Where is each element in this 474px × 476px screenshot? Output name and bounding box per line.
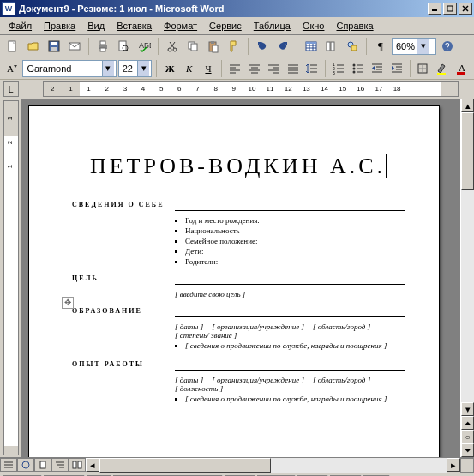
- about-list[interactable]: Год и место рождения: Национальность Сем…: [175, 216, 405, 266]
- svg-rect-87: [40, 461, 45, 468]
- cut-button[interactable]: [163, 37, 182, 56]
- scroll-down-button[interactable]: ▾: [461, 402, 474, 416]
- experience-position[interactable]: [ должность ]: [175, 384, 405, 393]
- menu-edit[interactable]: Правка: [39, 19, 81, 33]
- paste-button[interactable]: [204, 37, 223, 56]
- font-color-button[interactable]: A: [453, 59, 471, 78]
- list-item[interactable]: Национальность: [185, 226, 405, 235]
- help-button[interactable]: ?: [438, 37, 457, 56]
- menu-insert[interactable]: Вставка: [111, 19, 157, 33]
- menu-tools[interactable]: Сервис: [204, 19, 247, 33]
- numbered-list-button[interactable]: 123: [330, 59, 347, 78]
- bulleted-list-button[interactable]: [350, 59, 367, 78]
- section-label-about[interactable]: СВЕДЕНИЯ О СЕБЕ: [72, 201, 405, 208]
- list-item[interactable]: Семейное положение:: [185, 237, 405, 245]
- list-item[interactable]: Дети:: [185, 247, 405, 256]
- font-size-value: 22: [123, 63, 133, 74]
- list-item[interactable]: Родители:: [185, 257, 405, 266]
- scroll-thumb[interactable]: [461, 112, 474, 190]
- underline-button[interactable]: Ч: [200, 59, 217, 78]
- menu-table[interactable]: Таблица: [249, 19, 296, 33]
- highlight-button[interactable]: [434, 59, 451, 78]
- list-item[interactable]: Год и место рождения:: [185, 216, 405, 225]
- align-left-button[interactable]: [226, 59, 243, 78]
- maximize-button[interactable]: [443, 3, 457, 15]
- redo-button[interactable]: [273, 37, 292, 56]
- tab-type-selector[interactable]: L: [3, 81, 19, 97]
- education-detail[interactable]: [ сведения о продвижении по службе, нагр…: [185, 341, 405, 350]
- browse-object-button[interactable]: ○: [461, 430, 474, 443]
- mail-button[interactable]: [65, 37, 84, 56]
- toolbar-formatting: A Garamond ▾ 22 ▾ Ж К Ч 123 A: [0, 57, 474, 80]
- minimize-button[interactable]: [428, 3, 441, 15]
- education-degree[interactable]: [ степень/ звание ]: [175, 331, 405, 340]
- vertical-scrollbar[interactable]: ▴ ▾ ⏶ ○ ⏷: [460, 99, 474, 457]
- ruler-horizontal[interactable]: 21123456789101112131415161718: [43, 81, 459, 97]
- section-label-education[interactable]: ОБРАЗОВАНИЕ: [72, 307, 405, 315]
- experience-detail[interactable]: [ сведения о продвижении по службе, нагр…: [185, 395, 405, 403]
- line-spacing-button[interactable]: [303, 59, 321, 78]
- web-view-button[interactable]: [17, 458, 34, 472]
- svg-rect-34: [351, 45, 357, 51]
- menu-help[interactable]: Справка: [331, 19, 378, 33]
- spellcheck-button[interactable]: AБВ: [135, 37, 153, 56]
- menu-view[interactable]: Вид: [82, 19, 110, 33]
- horizontal-scrollbar[interactable]: ◂ ▸: [86, 458, 460, 473]
- styles-button[interactable]: A: [3, 59, 21, 78]
- ruler-vertical[interactable]: 121: [3, 100, 19, 455]
- print-view-button[interactable]: [34, 458, 51, 472]
- columns-button[interactable]: [322, 37, 341, 56]
- decrease-indent-button[interactable]: [369, 59, 386, 78]
- education-row[interactable]: [ даты ] [ организация/учреждение ] [ об…: [175, 322, 405, 331]
- font-name-combo[interactable]: Garamond ▾: [22, 60, 116, 77]
- goal-placeholder[interactable]: [ введите свою цель ]: [175, 290, 405, 298]
- outline-view-button[interactable]: [51, 458, 69, 472]
- drawing-button[interactable]: [343, 37, 362, 56]
- scroll-up-button[interactable]: ▴: [461, 99, 474, 112]
- page[interactable]: ПЕТРОВ-ВОДКИН А.С. ✥ СВЕДЕНИЯ О СЕБЕ Год…: [28, 105, 440, 457]
- table-anchor-icon[interactable]: ✥: [62, 297, 74, 309]
- svg-rect-31: [327, 42, 330, 51]
- document-heading[interactable]: ПЕТРОВ-ВОДКИН А.С.: [72, 154, 405, 179]
- scroll-left-button[interactable]: ◂: [86, 458, 99, 472]
- open-button[interactable]: [24, 37, 43, 56]
- align-right-button[interactable]: [265, 59, 282, 78]
- svg-rect-10: [100, 41, 105, 45]
- next-page-button[interactable]: ⏷: [461, 443, 474, 457]
- copy-button[interactable]: [183, 37, 202, 56]
- window-titlebar: W Документ9 - Резюме: 1 июл - Microsoft …: [0, 0, 474, 17]
- section-label-experience[interactable]: ОПЫТ РАБОТЫ: [72, 360, 405, 368]
- window-title: Документ9 - Резюме: 1 июл - Microsoft Wo…: [19, 3, 225, 14]
- reading-view-button[interactable]: [69, 458, 86, 472]
- align-center-button[interactable]: [246, 59, 263, 78]
- prev-page-button[interactable]: ⏶: [461, 416, 474, 430]
- menu-format[interactable]: Формат: [159, 19, 202, 33]
- menu-file[interactable]: Файл: [3, 19, 37, 33]
- section-label-goal[interactable]: ЦЕЛЬ: [72, 274, 405, 282]
- close-button[interactable]: [459, 3, 472, 15]
- experience-row[interactable]: [ даты ] [ организация/учреждение ] [ об…: [175, 376, 405, 384]
- normal-view-button[interactable]: [0, 458, 17, 472]
- format-painter-button[interactable]: [225, 37, 243, 56]
- zoom-combo[interactable]: 60% ▾: [392, 38, 436, 55]
- preview-button[interactable]: [114, 37, 133, 56]
- svg-line-18: [171, 42, 175, 48]
- menu-window[interactable]: Окно: [297, 19, 330, 33]
- insert-table-button[interactable]: [302, 37, 321, 56]
- align-justify-button[interactable]: [284, 59, 301, 78]
- increase-indent-button[interactable]: [387, 59, 405, 78]
- bold-button[interactable]: Ж: [161, 59, 178, 78]
- italic-button[interactable]: К: [180, 59, 197, 78]
- new-button[interactable]: [3, 37, 22, 56]
- hscroll-thumb[interactable]: [99, 458, 271, 473]
- document-area[interactable]: ПЕТРОВ-ВОДКИН А.С. ✥ СВЕДЕНИЯ О СЕБЕ Год…: [21, 99, 460, 457]
- borders-button[interactable]: [415, 59, 432, 78]
- font-size-combo[interactable]: 22 ▾: [118, 60, 152, 77]
- print-button[interactable]: [93, 37, 112, 56]
- svg-text:A: A: [7, 63, 14, 74]
- scroll-right-button[interactable]: ▸: [447, 458, 460, 472]
- show-formatting-button[interactable]: ¶: [371, 37, 390, 56]
- save-button[interactable]: [45, 37, 63, 56]
- svg-rect-80: [437, 73, 446, 75]
- undo-button[interactable]: [253, 37, 272, 56]
